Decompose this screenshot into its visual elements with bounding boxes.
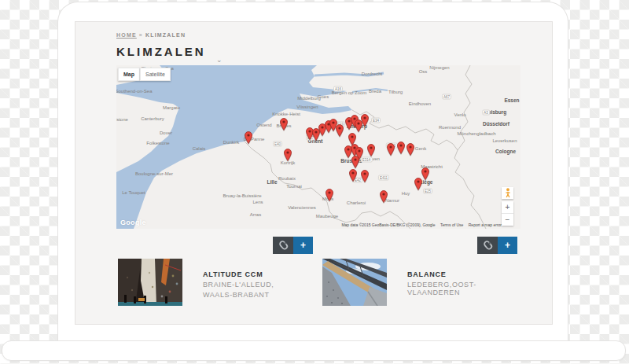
venue-card-balance[interactable]: + (321, 237, 517, 309)
map-pin[interactable] (421, 167, 429, 180)
map-pin[interactable] (351, 156, 359, 168)
map-pin[interactable] (280, 118, 288, 131)
carabiner-icon (278, 239, 289, 252)
map-pin[interactable] (361, 114, 369, 127)
road-shield-label: E40 (273, 142, 282, 147)
venue-title: BALANCE (407, 270, 513, 278)
zoom-out-button[interactable]: − (502, 214, 513, 226)
report-map-error-link[interactable]: Report a map error (469, 222, 502, 227)
venue-location-line-1: LEDEBERG,OOST-VLAANDEREN (407, 281, 513, 296)
map-pin[interactable] (414, 178, 422, 190)
road-shield-label: E411 (378, 175, 389, 181)
laptop-base (2, 340, 626, 361)
venue-location-line-2: WAALS-BRABANT (203, 291, 309, 299)
card-body: BALANCE LEDEBERG,OOST-VLAANDEREN (322, 259, 513, 306)
breadcrumb-current: KLIMZALEN (145, 32, 186, 38)
pegman-icon (505, 188, 511, 198)
card-text: ALTITUDE CCM BRAINE-L'ALLEUD, WAALS-BRAB… (203, 259, 309, 306)
map-pin[interactable] (380, 190, 388, 203)
map-attribution: Map data ©2015 GeoBasis-DE/BKG (©2009), … (337, 222, 502, 227)
map-pin[interactable] (387, 143, 395, 156)
map-right-controls: + − (502, 187, 513, 226)
road-shield-label: A3 (482, 110, 490, 116)
breadcrumb-home-link[interactable]: HOME (116, 32, 137, 38)
carabiner-button[interactable] (477, 237, 498, 254)
venue-photo-indoor-climbing-wall (118, 259, 182, 306)
google-map[interactable]: Southend-on-SeaClacton-on-SeaMargateCant… (116, 65, 520, 229)
add-button[interactable]: + (498, 237, 517, 254)
chevron-down-icon: ⌄ (216, 57, 223, 64)
map-button[interactable]: Map (118, 68, 140, 81)
road-shield-label: A16 (333, 86, 343, 92)
card-actions: + (477, 237, 517, 254)
google-logo[interactable]: Google (120, 219, 146, 226)
breadcrumb-separator: » (139, 32, 143, 38)
page-title: KLIMZALEN (116, 45, 552, 58)
page-content: HOME»KLIMZALEN KLIMZALEN ⌄ S (75, 22, 552, 309)
carabiner-button[interactable] (273, 237, 293, 254)
transparent-checkerboard-background: HOME»KLIMZALEN KLIMZALEN ⌄ S (0, 0, 629, 364)
card-text: BALANCE LEDEBERG,OOST-VLAANDEREN (407, 259, 513, 306)
satellite-button[interactable]: Satellite (140, 68, 171, 81)
card-body: ALTITUDE CCM BRAINE-L'ALLEUD, WAALS-BRAB… (118, 259, 309, 306)
map-geography (116, 65, 520, 229)
map-data-attribution: Map data ©2015 GeoBasis-DE/BKG (©2009), … (341, 222, 435, 227)
carabiner-icon (482, 239, 494, 252)
map-pin[interactable] (349, 169, 357, 182)
venue-photo-climbing-structure (322, 259, 387, 306)
pegman-control[interactable] (502, 187, 513, 199)
venue-cards-row: + (116, 237, 517, 309)
map-pin[interactable] (361, 170, 369, 182)
road-shield-label: E34 (371, 118, 381, 123)
card-actions: + (273, 237, 313, 254)
map-pin[interactable] (397, 142, 405, 154)
zoom-control: + − (502, 201, 513, 226)
terms-of-use-link[interactable]: Terms of Use (440, 222, 463, 227)
map-pin[interactable] (245, 131, 252, 144)
webpage-viewport: HOME»KLIMZALEN KLIMZALEN ⌄ S (75, 21, 553, 325)
add-button[interactable]: + (293, 237, 313, 254)
sea-shape (116, 65, 352, 229)
map-pin[interactable] (406, 143, 414, 156)
venue-location-line-1: BRAINE-L'ALLEUD, (203, 281, 309, 289)
road-shield-label: E25 (423, 189, 432, 194)
zoom-in-button[interactable]: + (502, 201, 513, 214)
breadcrumb: HOME»KLIMZALEN (116, 32, 552, 38)
map-pin[interactable] (284, 149, 292, 161)
map-pin[interactable] (367, 144, 375, 156)
road-shield-label: A67 (442, 94, 451, 100)
venue-card-altitude-ccm[interactable]: + (116, 237, 313, 309)
map-pin[interactable] (326, 189, 333, 201)
map-type-control: Map Satellite (118, 68, 171, 81)
venue-title: ALTITUDE CCM (203, 270, 309, 278)
map-pin[interactable] (336, 124, 344, 137)
